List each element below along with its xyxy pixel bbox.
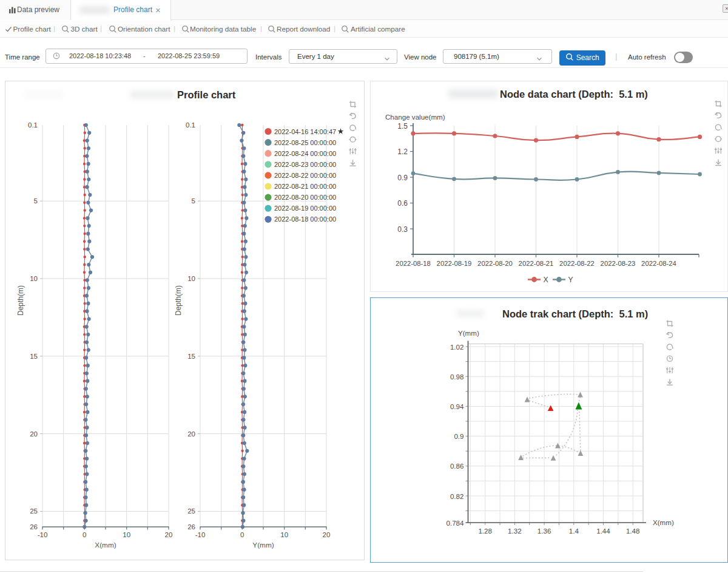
svg-text:Y(mm): Y(mm) (252, 541, 274, 549)
svg-text:1.32: 1.32 (508, 527, 522, 535)
svg-text:0.98: 0.98 (450, 373, 464, 381)
svg-text:2022-08-21 00:00:00: 2022-08-21 00:00:00 (274, 183, 336, 190)
svg-text:0.784: 0.784 (446, 519, 464, 527)
svg-text:-10: -10 (38, 531, 48, 538)
svg-text:0.94: 0.94 (450, 402, 464, 410)
svg-text:0.3: 0.3 (397, 225, 408, 234)
svg-text:0.1: 0.1 (28, 121, 38, 129)
svg-text:2022-08-24: 2022-08-24 (641, 260, 676, 267)
svg-text:2022-08-19: 2022-08-19 (437, 260, 472, 267)
svg-text:Depth(m): Depth(m) (16, 285, 25, 316)
svg-text:5: 5 (192, 197, 195, 205)
svg-text:Depth(m): Depth(m) (174, 285, 183, 316)
svg-text:15: 15 (30, 353, 38, 360)
svg-text:2022-08-23: 2022-08-23 (601, 260, 636, 267)
svg-text:2022-04-16 14:00:47: 2022-04-16 14:00:47 (274, 128, 336, 135)
svg-text:0.1: 0.1 (186, 121, 195, 129)
svg-text:2022-08-18 00:00:00: 2022-08-18 00:00:00 (274, 215, 336, 223)
svg-text:1.2: 1.2 (397, 147, 408, 156)
svg-text:X: X (544, 276, 548, 284)
svg-text:0: 0 (83, 531, 86, 538)
svg-text:2022-08-23 00:00:00: 2022-08-23 00:00:00 (274, 161, 336, 168)
svg-text:1.36: 1.36 (538, 527, 551, 535)
svg-text:2022-08-22: 2022-08-22 (559, 260, 595, 267)
svg-text:-10: -10 (195, 531, 206, 538)
svg-text:X(mm): X(mm) (95, 541, 116, 549)
svg-text:20: 20 (30, 430, 38, 438)
svg-text:0.86: 0.86 (450, 462, 464, 470)
svg-text:26: 26 (30, 523, 38, 531)
svg-text:2022-08-25 00:00:00: 2022-08-25 00:00:00 (274, 139, 336, 146)
svg-text:Y(mm): Y(mm) (458, 329, 479, 337)
svg-text:25: 25 (187, 507, 195, 515)
svg-text:1.5: 1.5 (397, 122, 408, 131)
svg-text:1.48: 1.48 (626, 527, 640, 535)
svg-text:Change value(mm): Change value(mm) (385, 113, 445, 121)
svg-text:20: 20 (187, 430, 195, 438)
svg-text:1.02: 1.02 (450, 343, 464, 351)
svg-text:5: 5 (34, 197, 38, 205)
svg-text:0.6: 0.6 (397, 199, 408, 208)
svg-text:2022-08-19 00:00:00: 2022-08-19 00:00:00 (274, 205, 336, 212)
svg-text:0: 0 (240, 531, 244, 538)
svg-text:2022-08-18: 2022-08-18 (396, 260, 431, 267)
svg-text:1.4: 1.4 (569, 527, 579, 535)
svg-text:0.9: 0.9 (454, 432, 463, 440)
svg-text:2022-08-24 00:00:00: 2022-08-24 00:00:00 (274, 150, 336, 157)
svg-text:25: 25 (30, 507, 38, 515)
svg-text:10: 10 (30, 275, 38, 282)
svg-text:20: 20 (323, 531, 331, 538)
svg-text:2022-08-22 00:00:00: 2022-08-22 00:00:00 (274, 172, 336, 179)
svg-text:1.28: 1.28 (478, 527, 492, 535)
svg-text:10: 10 (123, 531, 130, 538)
svg-text:Y: Y (568, 276, 573, 284)
svg-text:15: 15 (187, 353, 195, 360)
svg-text:10: 10 (187, 275, 195, 282)
svg-text:2022-08-21: 2022-08-21 (519, 260, 554, 267)
svg-text:20: 20 (165, 531, 173, 538)
svg-text:0.9: 0.9 (397, 174, 408, 182)
svg-text:X(mm): X(mm) (653, 518, 674, 526)
svg-text:1.44: 1.44 (596, 527, 610, 535)
svg-text:26: 26 (187, 523, 195, 531)
svg-text:0.82: 0.82 (450, 492, 464, 500)
svg-text:2022-08-20 00:00:00: 2022-08-20 00:00:00 (274, 194, 336, 201)
svg-text:10: 10 (280, 531, 288, 538)
svg-text:2022-08-20: 2022-08-20 (477, 260, 513, 267)
